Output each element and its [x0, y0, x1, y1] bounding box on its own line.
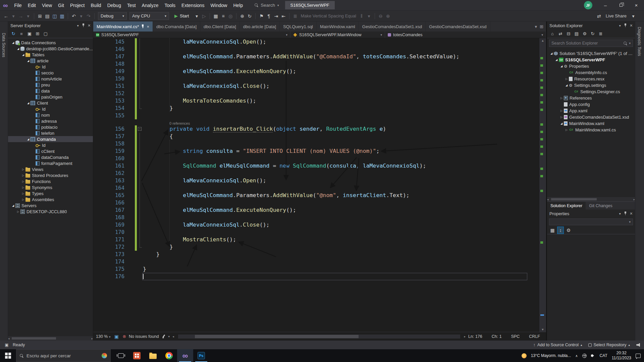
diagnostic-tools-tab-strip[interactable]: Diagnostic Tools	[635, 21, 644, 341]
pin-icon[interactable]	[624, 23, 627, 27]
unit-test-icon[interactable]: ▢	[42, 31, 49, 37]
caret-down-icon[interactable]: ▾	[10, 12, 17, 20]
chevron-collapsed-icon[interactable]: ▷	[564, 77, 569, 80]
chevron-collapsed-icon[interactable]: ▷	[21, 168, 25, 171]
tree-item-references[interactable]: ▷References	[547, 95, 635, 101]
tool-tab-git-changes[interactable]: Git Changes	[586, 202, 615, 209]
line-indicator[interactable]: Ln: 176	[468, 334, 482, 339]
office-app-button[interactable]	[129, 349, 145, 362]
clock[interactable]: 20:32 11/11/2023	[612, 351, 631, 361]
debug-config-dropdown[interactable]: Debug▾	[98, 12, 127, 20]
tree-item-app-xaml[interactable]: ▷App.xaml	[547, 108, 635, 114]
tree-item-datacomanda[interactable]: dataComanda	[8, 154, 93, 160]
quick-search[interactable]: Search ▾	[255, 3, 279, 8]
editor-gutter[interactable]	[124, 60, 143, 68]
view-code-icon[interactable]: ≣	[597, 31, 604, 37]
editor-gutter[interactable]	[124, 192, 143, 199]
editor-gutter[interactable]	[124, 90, 143, 97]
tree-item-synonyms[interactable]: ▷Synonyms	[8, 184, 93, 190]
user-avatar[interactable]: JF	[584, 1, 592, 9]
menu-analyze[interactable]: Analyze	[139, 0, 162, 10]
scroll-thumb[interactable]	[551, 198, 597, 200]
menu-edit[interactable]: Edit	[25, 0, 39, 10]
navbar-totescomandes[interactable]: totesComandes▾	[385, 32, 546, 38]
editor-gutter[interactable]	[124, 53, 143, 60]
tree-item-paisorigen[interactable]: paisOrigen	[8, 94, 93, 100]
chevron-collapsed-icon[interactable]: ▷	[21, 174, 25, 177]
sync-active-document-icon[interactable]: ⇄	[557, 31, 564, 37]
caret-down-icon[interactable]: ▾	[366, 12, 372, 20]
chevron-expanded-icon[interactable]: ◢	[16, 47, 20, 50]
live-share-icon[interactable]: ⇄	[596, 12, 602, 20]
editor-gutter[interactable]	[124, 184, 143, 192]
tree-item-types[interactable]: ▷Types	[8, 190, 93, 196]
scroll-left-icon[interactable]: ◂	[172, 335, 174, 338]
scroll-left-icon[interactable]: ◂	[8, 337, 10, 340]
close-icon[interactable]: ×	[630, 23, 633, 28]
tree-item-preu[interactable]: preu	[8, 82, 93, 88]
codelens-references[interactable]: 0 references	[93, 119, 539, 125]
tool-tab-solution-explorer[interactable]: Solution Explorer	[547, 202, 586, 209]
editor-gutter[interactable]	[124, 221, 143, 229]
pin-icon[interactable]	[141, 24, 144, 28]
menu-extensions[interactable]: Extensions	[178, 0, 207, 10]
stop-refresh-icon[interactable]: ■	[18, 31, 25, 37]
menu-window[interactable]: Window	[208, 0, 230, 10]
tree-item-stored-procedures[interactable]: ▷Stored Procedures	[8, 172, 93, 178]
chevron-expanded-icon[interactable]: ◢	[11, 41, 15, 44]
editor-gutter[interactable]	[124, 214, 143, 221]
caret-down-icon[interactable]: ▾	[78, 12, 85, 20]
tree-item-comanda[interactable]: ◢Comanda	[8, 136, 93, 142]
editor-gutter[interactable]	[124, 177, 143, 184]
active-files-dropdown-icon[interactable]: ▾	[535, 24, 537, 29]
editor-hscrollbar[interactable]	[178, 335, 460, 339]
collapse-toggle-icon[interactable]: −	[138, 127, 142, 131]
action-center-icon[interactable]	[636, 354, 641, 358]
editor-gutter[interactable]	[124, 46, 143, 53]
connect-database-icon[interactable]: ▣	[26, 31, 33, 37]
chevron-expanded-icon[interactable]: ◢	[559, 122, 564, 125]
editor-health-icon[interactable]: ▣	[113, 333, 120, 340]
scroll-track[interactable]	[549, 198, 633, 201]
tree-item-resources-resx[interactable]: ▷Resources.resx	[547, 76, 635, 82]
scroll-thumb[interactable]	[12, 337, 56, 340]
data-sources-tab[interactable]: Data Sources	[1, 21, 6, 57]
properties-object-dropdown[interactable]: ▾	[549, 219, 633, 225]
list-members-icon[interactable]: ≡	[220, 12, 226, 20]
collapse-all-icon[interactable]: ⊟	[565, 31, 572, 37]
chevron-expanded-icon[interactable]: ◢	[11, 204, 15, 207]
chevron-expanded-icon[interactable]: ◢	[26, 59, 31, 62]
search-highlights-icon[interactable]	[102, 353, 107, 358]
scroll-up-icon[interactable]: ▲	[539, 39, 546, 42]
tree-item-id[interactable]: Id	[8, 64, 93, 70]
chevron-expanded-icon[interactable]: ◢	[564, 84, 569, 87]
caret-down-icon[interactable]: ▾	[25, 12, 32, 20]
chevron-expanded-icon[interactable]: ◢	[26, 138, 31, 141]
tree-item-settings-designer-cs[interactable]: C#Settings.Designer.cs	[547, 88, 635, 95]
chevron-expanded-icon[interactable]: ◢	[559, 65, 564, 68]
editor-gutter[interactable]	[124, 265, 143, 273]
tree-item-article[interactable]: ◢article	[8, 58, 93, 64]
chevron-collapsed-icon[interactable]: ▷	[21, 198, 25, 201]
align-icon[interactable]: ≣	[292, 12, 299, 20]
editor-gutter[interactable]	[124, 68, 143, 75]
tree-item-nom[interactable]: nom	[8, 112, 93, 118]
editor-gutter[interactable]	[124, 273, 143, 280]
editor-gutter[interactable]	[124, 155, 143, 162]
language-indicator[interactable]: CAT	[600, 353, 607, 358]
pin-icon[interactable]	[624, 212, 627, 216]
hidden-icons-chevron[interactable]: ∧	[575, 354, 578, 358]
tree-item-formapagament[interactable]: formaPagament	[8, 160, 93, 166]
menu-view[interactable]: View	[39, 0, 55, 10]
scroll-down-icon[interactable]: ▼	[539, 328, 546, 331]
redo-icon[interactable]: ↷	[85, 12, 92, 20]
solution-explorer-hscrollbar[interactable]: ◂ ▸	[547, 197, 635, 201]
editor-gutter[interactable]	[124, 206, 143, 214]
menu-test[interactable]: Test	[124, 0, 139, 10]
editor-gutter[interactable]	[124, 97, 143, 105]
close-icon[interactable]: ×	[147, 24, 149, 29]
select-repository-button[interactable]: Select Repository ▴	[588, 343, 630, 347]
chevron-collapsed-icon[interactable]: ▷	[16, 210, 20, 213]
editor-gutter[interactable]	[124, 82, 143, 90]
menu-build[interactable]: Build	[88, 0, 104, 10]
